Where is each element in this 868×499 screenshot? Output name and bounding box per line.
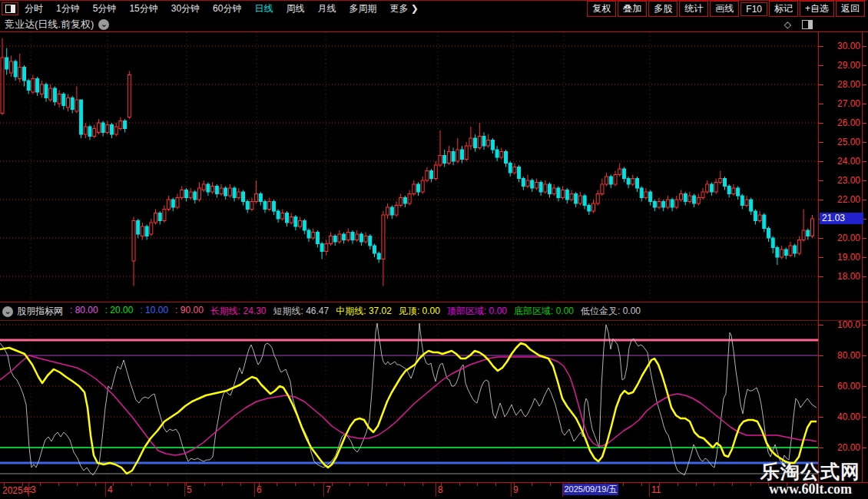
price-label-22.00: 22.00 xyxy=(819,194,860,205)
tool-button-1[interactable]: 叠加 xyxy=(618,1,647,17)
indicator-segment-6: 短期线: 46.47 xyxy=(273,305,330,318)
week-tick xyxy=(422,483,423,486)
axis-tick xyxy=(819,65,823,66)
indicator-label-80.00: 80.00 xyxy=(819,350,860,361)
tool-button-2[interactable]: 多股 xyxy=(648,1,678,17)
month-separator xyxy=(28,483,29,497)
week-tick xyxy=(514,483,515,486)
year-label: 2025年 xyxy=(2,484,32,497)
week-tick xyxy=(459,483,460,486)
week-tick xyxy=(240,483,241,486)
menu-item-9[interactable]: 多周期 xyxy=(349,2,376,15)
chevron-down-icon[interactable]: ⌄ xyxy=(2,306,13,317)
menu-item-1[interactable]: 1分钟 xyxy=(56,2,80,15)
month-label-6: 6 xyxy=(257,484,262,495)
menu-bar: 分时1分钟5分钟15分钟30分钟60分钟日线周线月线多周期更多 ❯ 复权叠加多股… xyxy=(0,0,866,18)
tool-button-5[interactable]: F10 xyxy=(740,2,767,16)
price-label-25.00: 25.00 xyxy=(819,137,860,147)
menu-item-2[interactable]: 5分钟 xyxy=(93,2,117,15)
split-window-icon[interactable] xyxy=(2,2,18,15)
tool-button-4[interactable]: 画线 xyxy=(710,1,739,17)
chevron-down-icon[interactable]: ⌄ xyxy=(98,19,109,30)
axis-tick xyxy=(819,104,823,104)
axis-tick xyxy=(863,448,866,448)
indicator-label-20.00: 20.00 xyxy=(819,442,860,453)
main-candlestick-chart[interactable] xyxy=(0,32,818,301)
period-menu: 分时1分钟5分钟15分钟30分钟60分钟日线周线月线多周期更多 ❯ xyxy=(25,2,419,15)
month-label-9: 9 xyxy=(513,484,518,495)
indicator-label-100.0: 100.0 xyxy=(819,319,860,330)
last-price-badge: 21.03 xyxy=(820,213,863,224)
week-tick xyxy=(386,483,387,486)
tools-menu: 复权叠加多股统计画线F10标记+自选返回 xyxy=(587,1,865,17)
axis-tick xyxy=(819,417,823,418)
week-tick xyxy=(495,483,496,486)
menu-item-0[interactable]: 分时 xyxy=(25,2,43,15)
axis-tick xyxy=(863,417,866,418)
price-label-24.00: 24.00 xyxy=(819,156,860,167)
axis-tick xyxy=(863,65,866,66)
price-label-29.00: 29.00 xyxy=(819,60,860,71)
date-axis[interactable]: 2025年 2025/09/19/五 345678911 xyxy=(0,482,868,497)
stock-title: 竞业达(日线.前复权) xyxy=(5,18,94,31)
month-label-8: 8 xyxy=(438,484,443,495)
axis-tick xyxy=(863,180,866,181)
title-bar: 竞业达(日线.前复权) ⌄ ◇ xyxy=(0,17,868,32)
axis-tick xyxy=(863,238,866,239)
menu-item-5[interactable]: 60分钟 xyxy=(213,2,241,15)
indicator-label-60.00: 60.00 xyxy=(819,381,860,392)
axis-tick xyxy=(819,142,823,143)
price-label-20.00: 20.00 xyxy=(819,233,860,243)
indicator-segment-8: 见顶: 0.00 xyxy=(399,305,440,318)
menu-item-8[interactable]: 月线 xyxy=(317,2,336,15)
tool-button-0[interactable]: 复权 xyxy=(587,1,616,17)
week-tick xyxy=(150,483,151,486)
menu-item-4[interactable]: 30分钟 xyxy=(171,2,200,15)
indicator-segment-0: 股朋指标网 xyxy=(17,305,63,318)
indicator-segment-7: 中期线: 37.02 xyxy=(336,305,392,318)
tool-button-7[interactable]: +自选 xyxy=(800,1,834,17)
axis-tick xyxy=(819,46,823,47)
axis-tick xyxy=(863,355,866,356)
indicator-chart[interactable] xyxy=(0,320,818,482)
indicator-label-40.00: 40.00 xyxy=(819,411,860,422)
axis-tick xyxy=(863,276,866,277)
indicator-segment-1: : 80.00 xyxy=(70,305,98,318)
menu-item-10[interactable]: 更多 ❯ xyxy=(389,2,418,15)
week-tick xyxy=(186,483,187,486)
week-tick xyxy=(40,483,41,486)
tool-button-6[interactable]: 标记 xyxy=(769,1,798,17)
week-tick xyxy=(732,483,733,486)
price-label-23.00: 23.00 xyxy=(819,175,860,186)
menu-item-7[interactable]: 周线 xyxy=(286,2,304,15)
indicator-segment-5: 长期线: 24.30 xyxy=(210,305,267,318)
week-tick xyxy=(113,483,114,486)
week-tick xyxy=(623,483,624,486)
menu-item-6[interactable]: 日线 xyxy=(254,2,273,15)
axis-tick xyxy=(819,84,823,85)
axis-tick xyxy=(819,386,823,387)
month-label-11: 11 xyxy=(651,484,661,495)
week-tick xyxy=(368,483,369,486)
indicator-header: ⌄ 股朋指标网: 80.00: 20.00: 10.00: 90.00长期线: … xyxy=(0,302,868,321)
month-separator xyxy=(511,483,512,497)
menu-item-3[interactable]: 15分钟 xyxy=(129,2,157,15)
axis-tick xyxy=(819,200,823,200)
tool-button-3[interactable]: 统计 xyxy=(679,1,708,17)
week-tick xyxy=(550,483,551,486)
week-tick xyxy=(350,483,350,486)
week-tick xyxy=(259,483,260,486)
week-tick xyxy=(477,483,478,486)
tool-button-8[interactable]: 返回 xyxy=(836,1,865,17)
axis-tick xyxy=(863,142,866,143)
month-label-4: 4 xyxy=(108,484,113,495)
month-separator xyxy=(436,483,436,497)
split-pane-icon[interactable] xyxy=(802,20,813,29)
price-label-26.00: 26.00 xyxy=(819,117,860,128)
week-tick xyxy=(332,483,333,486)
indicator-segment-4: : 90.00 xyxy=(175,305,204,318)
axis-tick xyxy=(863,386,866,387)
axis-tick xyxy=(863,84,866,85)
diamond-icon[interactable]: ◇ xyxy=(784,19,791,30)
week-tick xyxy=(222,483,223,486)
